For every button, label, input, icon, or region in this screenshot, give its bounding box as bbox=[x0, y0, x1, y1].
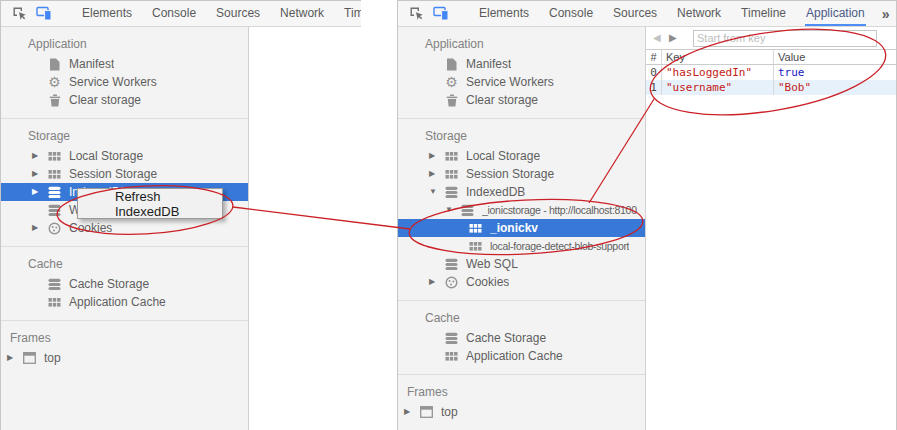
data-grid-row[interactable]: 0"hasLoggedIn"true bbox=[646, 65, 896, 80]
row-index: 0 bbox=[646, 65, 662, 80]
section-header-storage: Storage bbox=[1, 126, 248, 147]
tree-item-service-workers[interactable]: ⚙Service Workers bbox=[1, 73, 248, 91]
data-grid: #KeyValue0"hasLoggedIn"true1"username""B… bbox=[646, 50, 896, 95]
tab-elements[interactable]: Elements bbox=[469, 1, 539, 26]
tree-item-label: Service Workers bbox=[466, 75, 554, 89]
tree-item-label: Cache Storage bbox=[466, 331, 546, 345]
row-key: "hasLoggedIn" bbox=[662, 65, 774, 80]
inspect-icon[interactable] bbox=[10, 6, 28, 22]
chevron-expanded-icon[interactable]: ▼ bbox=[429, 183, 444, 201]
table-icon bbox=[47, 295, 62, 309]
database-icon bbox=[47, 203, 62, 217]
tab-network[interactable]: Network bbox=[270, 1, 334, 26]
section-storage: Storage▶Local Storage▶Session Storage▼In… bbox=[398, 118, 645, 300]
tree-item-application-cache[interactable]: Application Cache bbox=[398, 347, 645, 365]
file-icon bbox=[47, 57, 62, 71]
tree-item-label: _ionicstorage - http://localhost:8100 bbox=[482, 204, 637, 216]
chevron-expanded-icon[interactable]: ▼ bbox=[445, 201, 460, 219]
start-from-key-input[interactable] bbox=[693, 30, 877, 47]
table-icon bbox=[444, 349, 459, 363]
device-toolbar-icon[interactable] bbox=[432, 6, 450, 22]
chevron-collapsed-icon[interactable]: ▶ bbox=[32, 165, 47, 183]
section-header-storage: Storage bbox=[398, 126, 645, 147]
section-frames: Frames▶top bbox=[1, 320, 248, 376]
chevron-collapsed-icon[interactable]: ▶ bbox=[32, 147, 47, 165]
page-back-button[interactable]: ◀ bbox=[653, 27, 669, 49]
tree-item-web-sql[interactable]: Web SQL bbox=[398, 255, 645, 273]
detail-pane: ◀ ▶ #KeyValue0"hasLoggedIn"true1"usernam… bbox=[646, 27, 896, 430]
tree-item-manifest[interactable]: Manifest bbox=[398, 55, 645, 73]
database-icon bbox=[47, 277, 62, 291]
tab-timeline[interactable]: Timeline bbox=[731, 1, 796, 26]
tree-item-label: Web SQL bbox=[466, 257, 518, 271]
tree-item-cookies[interactable]: ▶Cookies bbox=[398, 273, 645, 291]
tree-item-local-storage[interactable]: ▶Local Storage bbox=[398, 147, 645, 165]
page-forward-button[interactable]: ▶ bbox=[669, 27, 685, 49]
indexeddb-toolbar: ◀ ▶ bbox=[646, 27, 896, 50]
tab-elements[interactable]: Elements bbox=[72, 1, 142, 26]
tree-item-top[interactable]: ▶top bbox=[398, 403, 645, 421]
tree-item-clear-storage[interactable]: Clear storage bbox=[398, 91, 645, 109]
database-icon bbox=[444, 185, 459, 199]
tab-network[interactable]: Network bbox=[667, 1, 731, 26]
chevron-collapsed-icon[interactable]: ▶ bbox=[404, 403, 419, 421]
tree-item-ionickv[interactable]: _ionickv bbox=[398, 219, 645, 237]
section-header-cache: Cache bbox=[1, 254, 248, 275]
chevron-collapsed-icon[interactable]: ▶ bbox=[429, 273, 444, 291]
tree-item-cache-storage[interactable]: Cache Storage bbox=[1, 275, 248, 293]
context-menu-refresh-indexeddb[interactable]: Refresh IndexedDB bbox=[77, 188, 223, 219]
section-header-frames: Frames bbox=[398, 382, 645, 403]
row-value: true bbox=[774, 65, 896, 80]
tree-item-application-cache[interactable]: Application Cache bbox=[1, 293, 248, 311]
tab-timeline[interactable]: Timeline bbox=[334, 1, 361, 26]
tabbar-right: ElementsConsoleSourcesNetworkTimelineApp… bbox=[398, 1, 896, 27]
chevron-collapsed-icon[interactable]: ▶ bbox=[7, 349, 22, 367]
more-tabs-icon[interactable]: » bbox=[875, 6, 897, 22]
tree-item-clear-storage[interactable]: Clear storage bbox=[1, 91, 248, 109]
tab-console[interactable]: Console bbox=[539, 1, 603, 26]
tabs-right: ElementsConsoleSourcesNetworkTimelineApp… bbox=[469, 1, 875, 26]
tree-item-label: Local Storage bbox=[466, 149, 540, 163]
column-header-value: Value bbox=[774, 50, 896, 64]
tab-console[interactable]: Console bbox=[142, 1, 206, 26]
device-toolbar-icon[interactable] bbox=[35, 6, 53, 22]
tabs-left: ElementsConsoleSourcesNetworkTimelineApp… bbox=[72, 1, 361, 26]
tree-item-session-storage[interactable]: ▶Session Storage bbox=[398, 165, 645, 183]
data-grid-row[interactable]: 1"username""Bob" bbox=[646, 80, 896, 95]
tree-item-local-forage-detect-blob-support[interactable]: local-forage-detect-blob-support bbox=[398, 237, 645, 255]
tree-item-ionicstorage-http-localhost-8100[interactable]: ▼_ionicstorage - http://localhost:8100 bbox=[398, 201, 645, 219]
tree-item-label: Session Storage bbox=[69, 167, 157, 181]
tree-item-service-workers[interactable]: ⚙Service Workers bbox=[398, 73, 645, 91]
tab-sources[interactable]: Sources bbox=[603, 1, 667, 26]
chevron-collapsed-icon[interactable]: ▶ bbox=[429, 165, 444, 183]
tabbar-left: ElementsConsoleSourcesNetworkTimelineApp… bbox=[1, 1, 361, 27]
sidebar-left: ApplicationManifest⚙Service WorkersClear… bbox=[1, 27, 249, 430]
column-header-: # bbox=[646, 50, 662, 64]
frame-icon bbox=[22, 351, 37, 365]
tab-sources[interactable]: Sources bbox=[206, 1, 270, 26]
tree-item-top[interactable]: ▶top bbox=[1, 349, 248, 367]
frame-icon bbox=[419, 405, 434, 419]
tree-item-session-storage[interactable]: ▶Session Storage bbox=[1, 165, 248, 183]
chevron-collapsed-icon[interactable]: ▶ bbox=[32, 183, 47, 201]
tree-item-cache-storage[interactable]: Cache Storage bbox=[398, 329, 645, 347]
chevron-collapsed-icon[interactable]: ▶ bbox=[429, 147, 444, 165]
tree-item-label: Application Cache bbox=[466, 349, 563, 363]
inspect-icon[interactable] bbox=[407, 6, 425, 22]
tree-item-manifest[interactable]: Manifest bbox=[1, 55, 248, 73]
row-index: 1 bbox=[646, 80, 662, 95]
devtools-window-right: ElementsConsoleSourcesNetworkTimelineApp… bbox=[397, 0, 897, 430]
table-icon bbox=[444, 149, 459, 163]
gear-icon: ⚙ bbox=[47, 75, 62, 89]
column-header-key: Key bbox=[662, 50, 774, 64]
tree-item-local-storage[interactable]: ▶Local Storage bbox=[1, 147, 248, 165]
chevron-collapsed-icon[interactable]: ▶ bbox=[32, 219, 47, 237]
trash-icon bbox=[47, 93, 62, 107]
tree-item-cookies[interactable]: ▶Cookies bbox=[1, 219, 248, 237]
tab-application[interactable]: Application bbox=[796, 1, 875, 26]
row-key: "username" bbox=[662, 80, 774, 95]
database-icon bbox=[444, 331, 459, 345]
section-header-application: Application bbox=[1, 34, 248, 55]
trash-icon bbox=[444, 93, 459, 107]
tree-item-indexeddb[interactable]: ▼IndexedDB bbox=[398, 183, 645, 201]
